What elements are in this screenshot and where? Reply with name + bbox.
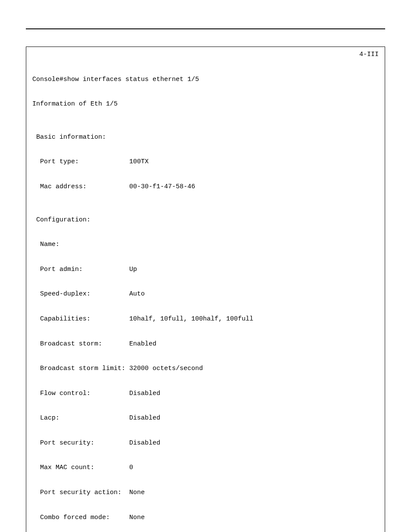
configuration-heading: Configuration: <box>32 216 90 224</box>
lacp-label: Lacp: <box>32 414 129 422</box>
port-type-value: 100TX <box>129 158 149 166</box>
combo-forced-mode-value: None <box>129 513 145 522</box>
basic-heading: Basic information: <box>32 133 106 141</box>
top-rule <box>26 28 385 29</box>
lacp-value: Disabled <box>129 414 160 422</box>
max-mac-count-value: 0 <box>129 464 133 472</box>
speed-duplex-value: Auto <box>129 290 145 298</box>
mac-address-label: Mac address: <box>32 183 129 191</box>
port-admin-value: Up <box>129 265 137 274</box>
page-reference: 4-III <box>359 50 379 59</box>
broadcast-storm-value: Enabled <box>129 340 156 348</box>
mac-address-value: 00-30-f1-47-58-46 <box>129 183 195 191</box>
port-security-value: Disabled <box>129 439 160 447</box>
max-mac-count-label: Max MAC count: <box>32 464 129 472</box>
combo-forced-mode-label: Combo forced mode: <box>32 513 129 522</box>
broadcast-storm-limit-value: 32000 octets/second <box>129 364 203 373</box>
info-title: Information of Eth 1/5 <box>32 100 118 108</box>
command-line: Console#show interfaces status ethernet … <box>32 75 199 84</box>
broadcast-storm-label: Broadcast storm: <box>32 340 129 348</box>
port-type-label: Port type: <box>32 158 129 166</box>
broadcast-storm-limit-label: Broadcast storm limit: <box>32 364 129 373</box>
terminal-output: 4-III Console#show interfaces status eth… <box>26 47 385 532</box>
speed-duplex-label: Speed-duplex: <box>32 290 129 298</box>
capabilities-value: 10half, 10full, 100half, 100full <box>129 315 253 323</box>
name-label: Name: <box>32 240 59 249</box>
port-admin-label: Port admin: <box>32 265 129 274</box>
flow-control-label: Flow control: <box>32 389 129 398</box>
port-security-action-label: Port security action: <box>32 488 129 497</box>
flow-control-value: Disabled <box>129 389 160 398</box>
port-security-label: Port security: <box>32 439 129 447</box>
port-security-action-value: None <box>129 488 145 497</box>
capabilities-label: Capabilities: <box>32 315 129 323</box>
page: 4-III Console#show interfaces status eth… <box>0 0 411 532</box>
